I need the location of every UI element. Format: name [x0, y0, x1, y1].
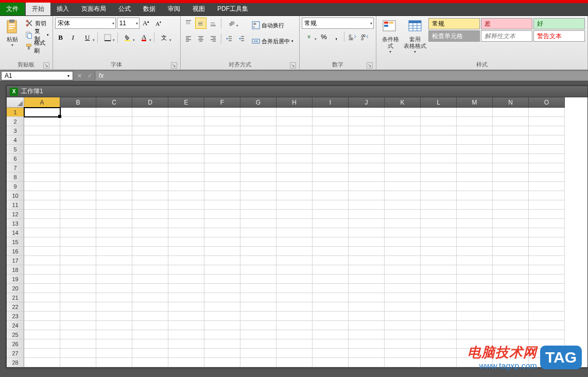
row-header[interactable]: 26 [7, 339, 24, 349]
cell[interactable] [96, 154, 132, 163]
cell[interactable] [421, 358, 457, 367]
cell[interactable] [204, 108, 240, 117]
cell[interactable] [60, 321, 96, 330]
cell[interactable] [421, 117, 457, 126]
cell[interactable] [421, 247, 457, 256]
tab-pdf-tools[interactable]: PDF工具集 [211, 3, 254, 15]
tab-home[interactable]: 开始 [26, 3, 50, 15]
row-header[interactable]: 22 [7, 302, 24, 312]
cell[interactable] [313, 312, 349, 321]
cell[interactable] [276, 330, 313, 339]
column-header[interactable]: B [60, 97, 96, 108]
cell[interactable] [96, 321, 132, 330]
cell[interactable] [457, 108, 493, 117]
cell[interactable] [349, 339, 385, 349]
cell[interactable] [529, 173, 565, 182]
cell[interactable] [60, 339, 96, 349]
cell[interactable] [276, 256, 313, 265]
cell[interactable] [60, 312, 96, 321]
cell[interactable] [313, 173, 349, 182]
cell[interactable] [313, 210, 349, 219]
cell[interactable] [313, 321, 349, 330]
row-header[interactable]: 4 [7, 135, 24, 145]
borders-button[interactable]: ▾ [100, 32, 115, 43]
cell[interactable] [349, 163, 385, 173]
underline-button[interactable]: U▾ [80, 32, 95, 43]
column-header[interactable]: F [204, 97, 240, 108]
tab-insert[interactable]: 插入 [50, 3, 75, 15]
cell[interactable] [349, 349, 385, 358]
cell[interactable] [313, 108, 349, 117]
cell[interactable] [168, 256, 204, 265]
cell[interactable] [132, 275, 168, 284]
cell[interactable] [96, 108, 132, 117]
cell[interactable] [24, 275, 60, 284]
cell[interactable] [60, 256, 96, 265]
cell[interactable] [313, 228, 349, 237]
cell[interactable] [132, 349, 168, 358]
cell[interactable] [349, 312, 385, 321]
cell[interactable] [168, 339, 204, 349]
cell[interactable] [493, 191, 529, 200]
cell[interactable] [349, 247, 385, 256]
cell[interactable] [240, 330, 276, 339]
cell[interactable] [60, 108, 96, 117]
cell[interactable] [529, 228, 565, 237]
cell[interactable] [313, 191, 349, 200]
cell[interactable] [421, 182, 457, 191]
cell[interactable] [168, 145, 204, 154]
cell[interactable] [493, 117, 529, 126]
cell[interactable] [204, 117, 240, 126]
cell[interactable] [168, 265, 204, 275]
tab-data[interactable]: 数据 [137, 3, 162, 15]
cell[interactable] [349, 284, 385, 293]
cell[interactable] [457, 219, 493, 228]
cell[interactable] [529, 284, 565, 293]
cell[interactable] [457, 200, 493, 210]
cell[interactable] [457, 210, 493, 219]
cell[interactable] [457, 265, 493, 275]
cell[interactable] [385, 321, 421, 330]
cell[interactable] [457, 247, 493, 256]
cell[interactable] [529, 275, 565, 284]
cell[interactable] [96, 191, 132, 200]
cell[interactable] [204, 349, 240, 358]
cell[interactable] [60, 265, 96, 275]
cell[interactable] [168, 293, 204, 302]
cell[interactable] [385, 265, 421, 275]
cell[interactable] [276, 182, 313, 191]
increase-decimal-button[interactable]: .0.00 [347, 31, 358, 42]
format-as-table-button[interactable]: 套用 表格格式 ▾ [403, 18, 427, 55]
cell[interactable] [529, 219, 565, 228]
cell[interactable] [204, 312, 240, 321]
cell[interactable] [385, 330, 421, 339]
cell[interactable] [421, 256, 457, 265]
column-header[interactable]: K [385, 97, 421, 108]
cell[interactable] [132, 117, 168, 126]
cell[interactable] [529, 108, 565, 117]
formula-input[interactable] [107, 71, 588, 80]
cell[interactable] [421, 228, 457, 237]
cell[interactable] [168, 117, 204, 126]
cell[interactable] [132, 302, 168, 312]
cell[interactable] [385, 154, 421, 163]
cell[interactable] [276, 173, 313, 182]
cell[interactable] [24, 302, 60, 312]
cell[interactable] [240, 293, 276, 302]
cell[interactable] [385, 228, 421, 237]
cell[interactable] [529, 302, 565, 312]
column-header[interactable]: N [493, 97, 529, 108]
cell[interactable] [24, 349, 60, 358]
cell[interactable] [276, 339, 313, 349]
cell[interactable] [168, 163, 204, 173]
cell[interactable] [24, 237, 60, 247]
cell[interactable] [60, 126, 96, 135]
cell[interactable] [96, 200, 132, 210]
cell[interactable] [60, 135, 96, 145]
cell[interactable] [240, 247, 276, 256]
cell[interactable] [349, 358, 385, 367]
cell[interactable] [276, 163, 313, 173]
align-right-button[interactable] [207, 33, 219, 44]
cell[interactable] [313, 182, 349, 191]
cell[interactable] [204, 284, 240, 293]
